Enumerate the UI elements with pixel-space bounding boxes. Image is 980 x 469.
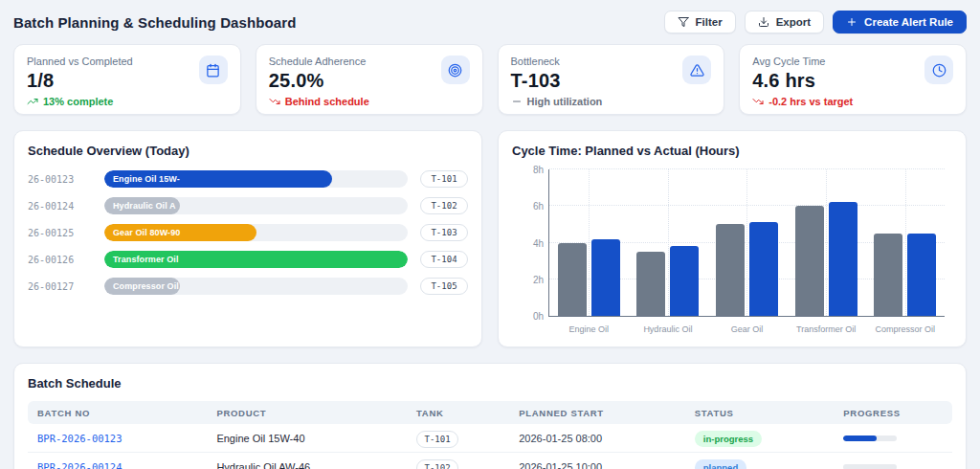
y-axis-tick-label: 8h — [515, 165, 544, 175]
gantt-row: 26-00127Compressor OilT-105 — [28, 278, 468, 295]
progress-bar-fill — [843, 436, 877, 441]
page-title: Batch Planning & Scheduling Dashboard — [13, 14, 296, 31]
gantt-batch-label: 26-00124 — [28, 201, 104, 212]
cycle-time-chart-title: Cycle Time: Planned vs Actual (Hours) — [512, 144, 952, 158]
kpi-value: T-103 — [511, 70, 561, 92]
bar-actual — [591, 239, 620, 316]
tank-pill: T-101 — [416, 431, 458, 448]
kpi-card-top: Schedule Adherence25.0% — [269, 56, 470, 92]
v-gridline — [746, 169, 747, 316]
kpi-label: Planned vs Completed — [27, 56, 133, 67]
batch-schedule-panel: Batch Schedule BATCH NOPRODUCTTANKPLANNE… — [13, 363, 967, 469]
bar-actual — [907, 234, 936, 316]
gantt-batch-label: 26-00123 — [28, 174, 104, 185]
gantt-bar[interactable]: Gear Oil 80W-90 — [104, 224, 256, 241]
kpi-text: Avg Cycle Time4.6 hrs — [752, 56, 825, 92]
bar-planned — [795, 206, 824, 316]
kpi-delta: Behind schedule — [269, 96, 470, 107]
gantt-track: Hydraulic Oil A — [104, 197, 408, 214]
gantt-batch-label: 26-00126 — [28, 255, 104, 265]
batch-no-link[interactable]: BPR-2026-00123 — [28, 433, 207, 444]
trending-up-icon-wrap — [27, 96, 38, 107]
kpi-label: Bottleneck — [511, 56, 561, 67]
tank-pill: T-105 — [420, 278, 468, 295]
create-alert-rule-label: Create Alert Rule — [864, 16, 953, 28]
kpi-cards-row: Planned vs Completed1/813% completeSched… — [13, 44, 967, 115]
bar-group: Hydraulic Oil — [633, 169, 703, 316]
bar-group: Compressor Oil — [870, 169, 941, 316]
filter-button[interactable]: Filter — [664, 11, 736, 34]
y-axis-tick-label: 0h — [515, 311, 544, 322]
chart-plot-area: 0h2h4h6h8hEngine OilHydraulic OilGear Oi… — [548, 169, 945, 317]
bar-group: Engine Oil — [553, 169, 624, 316]
tank-pill: T-101 — [420, 170, 468, 188]
clock-icon — [932, 63, 947, 78]
trending-up-icon — [27, 96, 38, 107]
v-gridline — [668, 169, 669, 316]
table-row[interactable]: BPR-2026-00123Engine Oil 15W-40T-1012026… — [28, 424, 952, 453]
minus-icon-wrap — [511, 96, 523, 107]
trending-down-icon-wrap — [752, 96, 764, 107]
gantt-row: 26-00125Gear Oil 80W-90T-103 — [28, 224, 468, 241]
filter-icon — [678, 16, 689, 28]
status-cell: planned — [685, 458, 835, 469]
column-header: PLANNED START — [509, 408, 685, 418]
gantt-track: Engine Oil 15W- — [104, 170, 408, 188]
kpi-delta: -0.2 hrs vs target — [752, 96, 953, 107]
product-cell: Engine Oil 15W-40 — [207, 433, 407, 444]
kpi-card-top: Avg Cycle Time4.6 hrs — [752, 56, 953, 92]
v-gridline — [905, 169, 906, 316]
kpi-text: Planned vs Completed1/8 — [27, 56, 133, 92]
kpi-delta-text: 13% complete — [43, 96, 113, 107]
y-axis-tick-label: 6h — [515, 201, 544, 212]
plus-icon — [846, 16, 858, 28]
gantt-bar[interactable]: Engine Oil 15W- — [104, 170, 332, 188]
product-cell: Hydraulic Oil AW-46 — [207, 461, 407, 469]
minus-icon — [511, 96, 523, 107]
status-badge: planned — [695, 459, 746, 469]
tank-pill: T-102 — [420, 197, 468, 214]
gantt-row: 26-00123Engine Oil 15W-T-101 — [28, 170, 468, 188]
create-alert-rule-button[interactable]: Create Alert Rule — [833, 11, 967, 34]
planned-start-cell: 2026-01-25 10:00 — [509, 461, 685, 469]
tank-pill: T-102 — [416, 459, 458, 469]
clock-iconbox — [924, 56, 953, 84]
column-header: PRODUCT — [207, 408, 407, 418]
progress-bar-track — [843, 436, 897, 441]
gantt-row: 26-00124Hydraulic Oil AT-102 — [28, 197, 468, 214]
cycle-time-chart-panel: Cycle Time: Planned vs Actual (Hours) 0h… — [498, 130, 967, 347]
gantt-chart: 26-00123Engine Oil 15W-T-10126-00124Hydr… — [28, 170, 468, 295]
download-icon — [758, 16, 769, 28]
progress-cell — [834, 464, 952, 469]
gantt-bar[interactable]: Compressor Oil — [104, 278, 180, 295]
tank-cell: T-102 — [407, 458, 509, 469]
kpi-delta: High utilization — [511, 96, 712, 107]
gantt-bar[interactable]: Hydraulic Oil A — [104, 197, 180, 214]
cycle-time-chart: 0h2h4h6h8hEngine OilHydraulic OilGear Oi… — [512, 168, 952, 340]
kpi-card: Avg Cycle Time4.6 hrs-0.2 hrs vs target — [739, 44, 967, 115]
tank-pill: T-103 — [420, 224, 468, 241]
column-header: STATUS — [685, 408, 835, 418]
target-icon — [448, 63, 462, 78]
kpi-label: Schedule Adherence — [269, 56, 367, 67]
y-axis-tick-label: 2h — [515, 275, 544, 285]
bar-actual — [670, 246, 699, 316]
status-cell: in-progress — [685, 429, 835, 447]
table-row[interactable]: BPR-2026-00124Hydraulic Oil AW-46T-10220… — [28, 453, 952, 469]
target-iconbox — [441, 56, 470, 84]
schedule-overview-title: Schedule Overview (Today) — [28, 144, 468, 158]
planned-start-cell: 2026-01-25 08:00 — [509, 433, 685, 444]
download-icon — [758, 16, 769, 28]
bar-groups: Engine OilHydraulic OilGear OilTransform… — [549, 169, 945, 316]
plus-icon — [846, 16, 858, 28]
export-button-label: Export — [776, 16, 811, 28]
status-badge: in-progress — [695, 431, 762, 447]
bar-group: Transformer Oil — [791, 169, 861, 316]
alert-triangle-iconbox — [682, 56, 711, 84]
batch-no-link[interactable]: BPR-2026-00124 — [28, 461, 207, 469]
gantt-bar[interactable]: Transformer Oil — [104, 251, 408, 268]
v-gridline — [826, 169, 827, 316]
kpi-delta-text: Behind schedule — [285, 96, 369, 107]
bar-actual — [829, 202, 858, 316]
export-button[interactable]: Export — [745, 11, 824, 34]
